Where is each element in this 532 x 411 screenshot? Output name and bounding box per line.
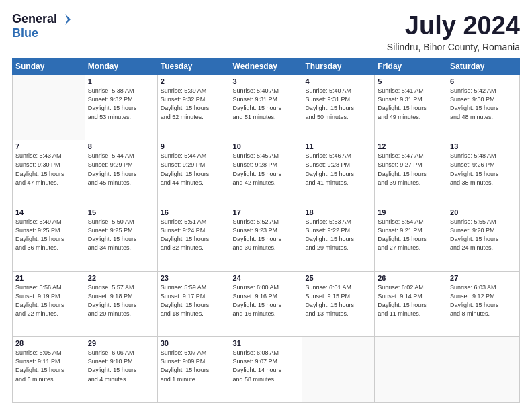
table-row — [447, 337, 520, 403]
day-number: 21 — [15, 274, 82, 282]
day-info: Sunrise: 5:48 AM Sunset: 9:26 PM Dayligh… — [450, 152, 517, 187]
day-info: Sunrise: 5:55 AM Sunset: 9:20 PM Dayligh… — [450, 218, 517, 253]
header-monday: Monday — [85, 58, 157, 75]
table-row: 12Sunrise: 5:47 AM Sunset: 9:27 PM Dayli… — [375, 140, 447, 206]
table-row: 28Sunrise: 6:05 AM Sunset: 9:11 PM Dayli… — [13, 337, 85, 403]
table-row: 22Sunrise: 5:57 AM Sunset: 9:18 PM Dayli… — [85, 271, 157, 337]
day-number: 25 — [305, 274, 371, 282]
day-info: Sunrise: 6:00 AM Sunset: 9:16 PM Dayligh… — [233, 283, 300, 318]
table-row: 27Sunrise: 6:03 AM Sunset: 9:12 PM Dayli… — [447, 271, 520, 337]
table-row: 19Sunrise: 5:54 AM Sunset: 9:21 PM Dayli… — [375, 206, 447, 272]
day-info: Sunrise: 5:38 AM Sunset: 9:32 PM Dayligh… — [88, 87, 154, 122]
month-title: July 2024 — [387, 12, 520, 40]
table-row: 26Sunrise: 6:02 AM Sunset: 9:14 PM Dayli… — [375, 271, 447, 337]
table-row: 11Sunrise: 5:46 AM Sunset: 9:28 PM Dayli… — [302, 140, 375, 206]
day-info: Sunrise: 6:07 AM Sunset: 9:09 PM Dayligh… — [161, 349, 227, 383]
day-number: 31 — [233, 339, 300, 347]
table-row: 13Sunrise: 5:48 AM Sunset: 9:26 PM Dayli… — [447, 140, 520, 206]
day-number: 26 — [378, 274, 444, 282]
day-info: Sunrise: 5:40 AM Sunset: 9:31 PM Dayligh… — [305, 87, 371, 122]
day-info: Sunrise: 6:08 AM Sunset: 9:07 PM Dayligh… — [233, 349, 300, 383]
table-row: 1Sunrise: 5:38 AM Sunset: 9:32 PM Daylig… — [85, 75, 157, 140]
logo-general-text: General — [12, 12, 57, 26]
header-friday: Friday — [375, 58, 447, 75]
table-row: 4Sunrise: 5:40 AM Sunset: 9:31 PM Daylig… — [302, 75, 375, 140]
day-info: Sunrise: 6:02 AM Sunset: 9:14 PM Dayligh… — [378, 283, 444, 318]
header-saturday: Saturday — [447, 58, 520, 75]
calendar-week-row: 1Sunrise: 5:38 AM Sunset: 9:32 PM Daylig… — [13, 75, 520, 140]
day-number: 23 — [161, 274, 227, 282]
table-row: 2Sunrise: 5:39 AM Sunset: 9:32 PM Daylig… — [157, 75, 230, 140]
day-number: 15 — [88, 208, 154, 216]
day-info: Sunrise: 5:59 AM Sunset: 9:17 PM Dayligh… — [161, 283, 227, 318]
day-info: Sunrise: 5:56 AM Sunset: 9:19 PM Dayligh… — [15, 283, 82, 318]
day-number: 13 — [450, 142, 517, 150]
table-row: 25Sunrise: 6:01 AM Sunset: 9:15 PM Dayli… — [302, 271, 375, 337]
day-info: Sunrise: 5:45 AM Sunset: 9:28 PM Dayligh… — [233, 152, 300, 187]
table-row: 20Sunrise: 5:55 AM Sunset: 9:20 PM Dayli… — [447, 206, 520, 272]
day-number: 1 — [88, 77, 154, 85]
day-number: 18 — [305, 208, 371, 216]
logo-icon — [58, 13, 72, 26]
logo-blue-text: Blue — [12, 26, 38, 40]
calendar-week-row: 7Sunrise: 5:43 AM Sunset: 9:30 PM Daylig… — [13, 140, 520, 206]
day-info: Sunrise: 5:43 AM Sunset: 9:30 PM Dayligh… — [15, 152, 82, 187]
day-info: Sunrise: 5:39 AM Sunset: 9:32 PM Dayligh… — [161, 87, 227, 122]
day-number: 12 — [378, 142, 444, 150]
day-info: Sunrise: 6:01 AM Sunset: 9:15 PM Dayligh… — [305, 283, 371, 318]
day-number: 2 — [161, 77, 227, 85]
day-number: 5 — [378, 77, 444, 85]
calendar-week-row: 28Sunrise: 6:05 AM Sunset: 9:11 PM Dayli… — [13, 337, 520, 403]
day-number: 22 — [88, 274, 154, 282]
table-row: 3Sunrise: 5:40 AM Sunset: 9:31 PM Daylig… — [230, 75, 302, 140]
day-number: 29 — [88, 339, 154, 347]
calendar-page: General Blue July 2024 Silindru, Bihor C… — [0, 0, 532, 411]
day-number: 24 — [233, 274, 300, 282]
table-row: 18Sunrise: 5:53 AM Sunset: 9:22 PM Dayli… — [302, 206, 375, 272]
day-number: 19 — [378, 208, 444, 216]
table-row: 23Sunrise: 5:59 AM Sunset: 9:17 PM Dayli… — [157, 271, 230, 337]
day-number: 17 — [233, 208, 300, 216]
day-number: 10 — [233, 142, 300, 150]
day-info: Sunrise: 5:49 AM Sunset: 9:25 PM Dayligh… — [15, 218, 82, 253]
table-row — [375, 337, 447, 403]
table-row — [13, 75, 85, 140]
table-row: 14Sunrise: 5:49 AM Sunset: 9:25 PM Dayli… — [13, 206, 85, 272]
logo: General Blue — [12, 12, 72, 40]
table-row: 9Sunrise: 5:44 AM Sunset: 9:29 PM Daylig… — [157, 140, 230, 206]
table-row: 30Sunrise: 6:07 AM Sunset: 9:09 PM Dayli… — [157, 337, 230, 403]
day-number: 7 — [15, 142, 82, 150]
day-number: 16 — [161, 208, 227, 216]
table-row: 7Sunrise: 5:43 AM Sunset: 9:30 PM Daylig… — [13, 140, 85, 206]
weekday-header-row: Sunday Monday Tuesday Wednesday Thursday… — [13, 58, 520, 75]
day-number: 27 — [450, 274, 517, 282]
header-sunday: Sunday — [13, 58, 85, 75]
day-info: Sunrise: 5:50 AM Sunset: 9:25 PM Dayligh… — [88, 218, 154, 253]
day-info: Sunrise: 6:03 AM Sunset: 9:12 PM Dayligh… — [450, 283, 517, 318]
table-row: 15Sunrise: 5:50 AM Sunset: 9:25 PM Dayli… — [85, 206, 157, 272]
header-wednesday: Wednesday — [230, 58, 302, 75]
day-info: Sunrise: 5:52 AM Sunset: 9:23 PM Dayligh… — [233, 218, 300, 253]
day-info: Sunrise: 5:57 AM Sunset: 9:18 PM Dayligh… — [88, 283, 154, 318]
day-number: 11 — [305, 142, 371, 150]
table-row: 5Sunrise: 5:41 AM Sunset: 9:31 PM Daylig… — [375, 75, 447, 140]
day-info: Sunrise: 5:47 AM Sunset: 9:27 PM Dayligh… — [378, 152, 444, 187]
day-info: Sunrise: 5:46 AM Sunset: 9:28 PM Dayligh… — [305, 152, 371, 187]
day-info: Sunrise: 5:41 AM Sunset: 9:31 PM Dayligh… — [378, 87, 444, 122]
svg-marker-0 — [65, 14, 71, 25]
day-number: 20 — [450, 208, 517, 216]
day-info: Sunrise: 5:53 AM Sunset: 9:22 PM Dayligh… — [305, 218, 371, 253]
table-row: 6Sunrise: 5:42 AM Sunset: 9:30 PM Daylig… — [447, 75, 520, 140]
day-number: 4 — [305, 77, 371, 85]
day-number: 6 — [450, 77, 517, 85]
day-info: Sunrise: 6:06 AM Sunset: 9:10 PM Dayligh… — [88, 349, 154, 383]
table-row: 21Sunrise: 5:56 AM Sunset: 9:19 PM Dayli… — [13, 271, 85, 337]
table-row — [302, 337, 375, 403]
day-info: Sunrise: 6:05 AM Sunset: 9:11 PM Dayligh… — [15, 349, 82, 383]
day-info: Sunrise: 5:40 AM Sunset: 9:31 PM Dayligh… — [233, 87, 300, 122]
table-row: 8Sunrise: 5:44 AM Sunset: 9:29 PM Daylig… — [85, 140, 157, 206]
day-number: 28 — [15, 339, 82, 347]
header: General Blue July 2024 Silindru, Bihor C… — [12, 12, 520, 52]
day-number: 14 — [15, 208, 82, 216]
table-row: 24Sunrise: 6:00 AM Sunset: 9:16 PM Dayli… — [230, 271, 302, 337]
